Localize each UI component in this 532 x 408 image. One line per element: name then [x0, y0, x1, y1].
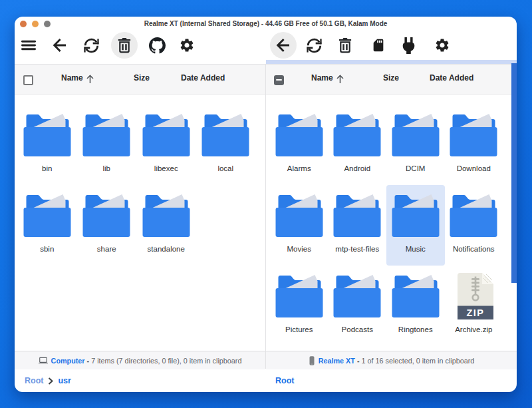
svg-text:ZIP: ZIP — [466, 307, 484, 318]
